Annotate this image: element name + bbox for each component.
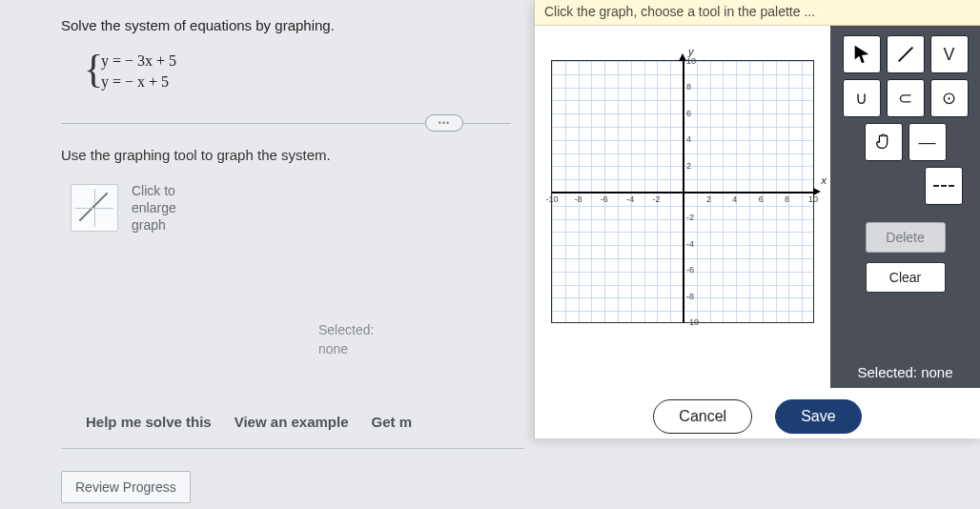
save-button[interactable]: Save (775, 399, 861, 434)
circle-tool[interactable]: ⊙ (930, 79, 969, 117)
clear-button[interactable]: Clear (866, 262, 946, 293)
brace-icon: { (84, 49, 103, 89)
segment-tool[interactable]: — (909, 123, 947, 161)
svg-line-0 (898, 48, 912, 62)
selected-status: Selected: none (830, 364, 980, 380)
graph-canvas-area[interactable]: y x 2 4 6 8 10 -2 -4 -6 -8 -10 2 4 6 8 1… (535, 26, 830, 388)
panel-banner: Click the graph, choose a tool in the pa… (535, 0, 980, 26)
coordinate-grid[interactable]: y x 2 4 6 8 10 -2 -4 -6 -8 -10 2 4 6 8 1… (551, 60, 814, 323)
help-link[interactable]: Help me solve this (86, 414, 212, 430)
instruction-text: Use the graphing tool to graph the syste… (61, 147, 511, 163)
dashed-line-tool[interactable] (925, 167, 963, 205)
x-axis-label: x (822, 174, 827, 186)
pointer-tool[interactable] (843, 35, 881, 73)
example-link[interactable]: View an example (235, 414, 349, 430)
line-tool[interactable] (887, 35, 925, 73)
equation-1: y = − 3x + 5 (101, 51, 511, 71)
v-tool[interactable]: V (930, 35, 969, 73)
graph-tool-panel: Click the graph, choose a tool in the pa… (534, 0, 980, 438)
parabola-up-tool[interactable]: ∪ (843, 79, 881, 117)
review-progress-button[interactable]: Review Progress (61, 471, 191, 503)
section-divider: ••• (61, 123, 511, 124)
selected-status-small: Selected: none (318, 320, 374, 358)
hand-tool[interactable] (865, 123, 903, 161)
expand-pill[interactable]: ••• (425, 114, 463, 132)
equation-2: y = − x + 5 (101, 71, 511, 92)
get-more-link[interactable]: Get m (372, 414, 413, 430)
cancel-button[interactable]: Cancel (653, 399, 752, 434)
footer-divider (61, 448, 524, 449)
subset-tool[interactable]: ⊂ (887, 79, 925, 117)
delete-button[interactable]: Delete (866, 222, 946, 253)
tool-palette: V ∪ ⊂ ⊙ — Delete Clear Selected: none (830, 26, 980, 388)
thumb-label: Click to enlarge graph (132, 182, 176, 234)
equation-system: { y = − 3x + 5 y = − x + 5 (84, 51, 511, 92)
graph-thumbnail[interactable] (71, 184, 118, 232)
question-title: Solve the system of equations by graphin… (61, 17, 511, 33)
